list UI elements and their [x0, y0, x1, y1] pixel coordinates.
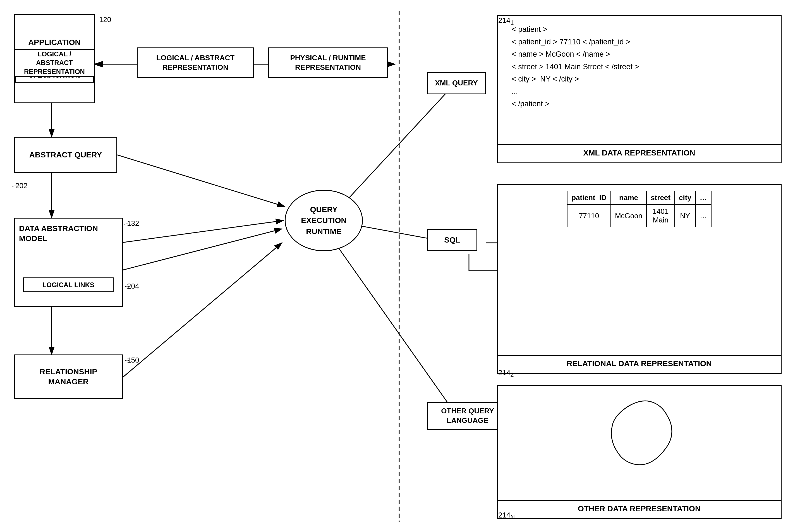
- cell-patient-id: 77110: [567, 205, 611, 227]
- ref-150-curve: ⌒: [123, 359, 131, 368]
- ref-214-N: 214N: [498, 511, 515, 521]
- table-row: 77110 McGoon 1401Main NY …: [567, 205, 711, 227]
- data-abstraction-model-box: DATA ABSTRACTIONMODEL LOGICAL LINKS: [14, 218, 123, 307]
- ref-214-1: 2141: [498, 16, 514, 26]
- col-ellipsis: …: [696, 191, 711, 205]
- svg-line-18: [335, 243, 455, 413]
- relational-table-wrapper: patient_ID name street city … 77110 McGo…: [498, 185, 781, 230]
- other-query-language-box: OTHER QUERY LANGUAGE: [427, 402, 508, 430]
- ref-204-curve: ⌒: [123, 285, 131, 294]
- physical-runtime-header-box: PHYSICAL / RUNTIMEREPRESENTATION: [268, 48, 388, 78]
- cell-ellipsis2: …: [696, 205, 711, 227]
- xml-query-box: XML QUERY: [427, 72, 486, 94]
- abstract-query-label: ABSTRACT QUERY: [25, 147, 106, 163]
- data-abstraction-model-label: DATA ABSTRACTIONMODEL: [19, 224, 98, 244]
- logical-links-label: LOGICAL LINKS: [42, 281, 94, 289]
- ref-202-curve: ⌒: [12, 184, 19, 194]
- ref-120: 120: [99, 15, 111, 24]
- logical-abstract-header-box: LOGICAL / ABSTRACTREPRESENTATION: [137, 48, 254, 78]
- cell-street: 1401Main: [646, 205, 675, 227]
- logical-abstract-label: LOGICAL / ABSTRACTREPRESENTATION: [15, 47, 94, 79]
- svg-line-10: [120, 229, 282, 271]
- xml-content-text: < patient > < patient_id > 77110 < /pati…: [508, 23, 771, 110]
- svg-line-12: [346, 87, 452, 201]
- sql-label: SQL: [440, 232, 464, 248]
- col-name: name: [611, 191, 646, 205]
- query-execution-runtime-ellipse: QUERYEXECUTIONRUNTIME: [285, 190, 363, 251]
- col-street: street: [646, 191, 675, 205]
- ref-214-2: 2142: [498, 368, 514, 379]
- other-data-rep-container: OTHER DATA REPRESENTATION: [497, 385, 782, 519]
- relationship-manager-box: RELATIONSHIPMANAGER: [14, 355, 123, 399]
- svg-line-11: [120, 243, 282, 380]
- relational-data-rep-container: patient_ID name street city … 77110 McGo…: [497, 184, 782, 374]
- logical-abstract-box: LOGICAL / ABSTRACTREPRESENTATION: [14, 49, 95, 77]
- col-patient-id: patient_ID: [567, 191, 611, 205]
- other-data-rep-label: OTHER DATA REPRESENTATION: [498, 500, 781, 513]
- relational-data-rep-label: RELATIONAL DATA REPRESENTATION: [498, 355, 781, 368]
- cell-city: NY: [675, 205, 696, 227]
- col-city: city: [675, 191, 696, 205]
- xml-data-rep-container: < patient > < patient_id > 77110 < /pati…: [497, 15, 782, 163]
- other-query-language-label: OTHER QUERY LANGUAGE: [428, 404, 507, 428]
- xml-data-rep-label: XML DATA REPRESENTATION: [498, 144, 781, 157]
- logical-abstract-header-label: LOGICAL / ABSTRACTREPRESENTATION: [152, 51, 239, 75]
- xml-content: < patient > < patient_id > 77110 < /pati…: [498, 16, 781, 117]
- main-diagram: PHYSICAL/RUNTIME (horizontal) -->: [0, 0, 800, 532]
- sql-box: SQL: [427, 229, 477, 251]
- cell-name: McGoon: [611, 205, 646, 227]
- relationship-manager-label: RELATIONSHIPMANAGER: [35, 364, 101, 390]
- abstract-query-box: ABSTRACT QUERY: [14, 137, 117, 173]
- svg-line-8: [117, 155, 285, 207]
- ref-132-curve: ⌒: [123, 222, 131, 232]
- relational-table: patient_ID name street city … 77110 McGo…: [567, 191, 711, 227]
- physical-runtime-header-label: PHYSICAL / RUNTIMEREPRESENTATION: [286, 51, 370, 75]
- xml-query-label: XML QUERY: [431, 76, 482, 91]
- blob-shape-svg: [597, 393, 681, 471]
- logical-links-box: LOGICAL LINKS: [23, 278, 114, 292]
- svg-line-9: [120, 221, 283, 243]
- query-execution-runtime-label: QUERYEXECUTIONRUNTIME: [301, 204, 346, 237]
